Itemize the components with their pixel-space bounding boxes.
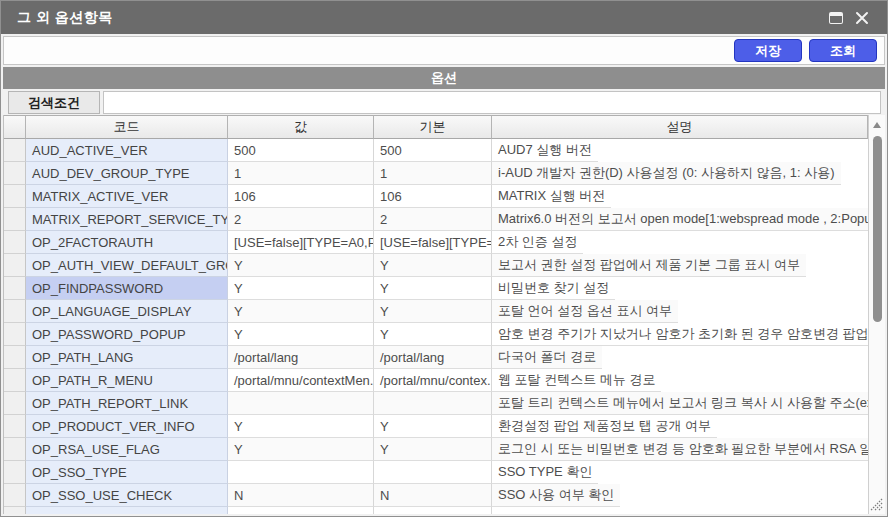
cell-code[interactable]: MATRIX_REPORT_SERVICE_TYPE xyxy=(26,208,228,231)
row-selector-gutter[interactable] xyxy=(4,162,26,185)
cell-desc[interactable]: MATRIX 실행 버전 xyxy=(492,185,611,208)
cell-default[interactable]: N xyxy=(374,484,492,507)
cell-default[interactable] xyxy=(374,461,492,484)
search-condition-input[interactable] xyxy=(103,91,881,114)
table-row[interactable] xyxy=(4,507,868,514)
row-selector-gutter[interactable] xyxy=(4,392,26,415)
cell-value[interactable]: Y xyxy=(228,438,374,461)
row-selector-gutter[interactable] xyxy=(4,484,26,507)
cell-code[interactable]: OP_SSO_USE_CHECK xyxy=(26,484,228,507)
grid-header-desc[interactable]: 설명 xyxy=(492,115,868,139)
cell-desc[interactable] xyxy=(492,507,504,514)
table-row[interactable]: OP_SSO_USE_CHECK N N SSO 사용 여부 확인 xyxy=(4,484,868,507)
row-selector-gutter[interactable] xyxy=(4,185,26,208)
cell-value[interactable]: Y xyxy=(228,277,374,300)
vertical-scrollbar[interactable] xyxy=(868,115,885,514)
cell-value[interactable] xyxy=(228,507,374,514)
cell-default[interactable]: Y xyxy=(374,323,492,346)
close-button[interactable] xyxy=(849,6,875,30)
cell-default[interactable] xyxy=(374,507,492,514)
cell-default[interactable]: Y xyxy=(374,277,492,300)
cell-code[interactable]: OP_PATH_REPORT_LINK xyxy=(26,392,228,415)
cell-default[interactable]: /portal/mnu/contex... xyxy=(374,369,492,392)
row-selector-gutter[interactable] xyxy=(4,415,26,438)
cell-default[interactable] xyxy=(374,392,492,415)
table-row[interactable]: MATRIX_REPORT_SERVICE_TYPE 2 2 Matrix6.0… xyxy=(4,208,868,231)
scroll-up-icon[interactable] xyxy=(873,122,881,128)
table-row[interactable]: AUD_DEV_GROUP_TYPE 1 1 i-AUD 개발자 권한(D) 사… xyxy=(4,162,868,185)
cell-code[interactable]: OP_PASSWORD_POPUP xyxy=(26,323,228,346)
row-selector-gutter[interactable] xyxy=(4,461,26,484)
table-row[interactable]: OP_2FACTORAUTH [USE=false][TYPE=A0,P0]..… xyxy=(4,231,868,254)
cell-value[interactable]: N xyxy=(228,484,374,507)
cell-desc[interactable]: 2차 인증 설정 xyxy=(492,231,583,254)
grid-header-value[interactable]: 값 xyxy=(228,115,374,139)
cell-desc[interactable]: 환경설정 팝업 제품정보 탭 공개 여부 xyxy=(492,415,717,438)
maximize-button[interactable] xyxy=(823,6,849,30)
scrollbar-thumb[interactable] xyxy=(873,136,882,322)
cell-default[interactable]: 106 xyxy=(374,185,492,208)
cell-code[interactable]: AUD_ACTIVE_VER xyxy=(26,139,228,162)
cell-value[interactable] xyxy=(228,461,374,484)
table-row[interactable]: OP_PRODUCT_VER_INFO Y Y 환경설정 팝업 제품정보 탭 공… xyxy=(4,415,868,438)
grid-header-code[interactable]: 코드 xyxy=(26,115,228,139)
row-selector-gutter[interactable] xyxy=(4,346,26,369)
cell-default[interactable]: Y xyxy=(374,300,492,323)
cell-desc[interactable]: 보고서 권한 설정 팝업에서 제품 기본 그룹 표시 여부 xyxy=(492,254,806,277)
cell-code[interactable]: OP_SSO_TYPE xyxy=(26,461,228,484)
cell-default[interactable]: /portal/lang xyxy=(374,346,492,369)
cell-value[interactable] xyxy=(228,392,374,415)
save-button[interactable]: 저장 xyxy=(734,39,802,62)
cell-desc[interactable]: SSO 사용 여부 확인 xyxy=(492,484,620,507)
cell-desc[interactable]: 웹 포탈 컨텍스트 메뉴 경로 xyxy=(492,369,661,392)
cell-value[interactable]: [USE=false][TYPE=A0,P0]... xyxy=(228,231,374,254)
cell-code[interactable]: OP_PRODUCT_VER_INFO xyxy=(26,415,228,438)
cell-value[interactable]: Y xyxy=(228,323,374,346)
table-row[interactable]: OP_PATH_R_MENU /portal/mnu/contextMen...… xyxy=(4,369,868,392)
resize-grip-icon[interactable] xyxy=(870,498,883,511)
row-selector-gutter[interactable] xyxy=(4,231,26,254)
cell-code[interactable]: OP_PATH_R_MENU xyxy=(26,369,228,392)
table-row[interactable]: MATRIX_ACTIVE_VER 106 106 MATRIX 실행 버전 xyxy=(4,185,868,208)
cell-desc[interactable]: SSO TYPE 확인 xyxy=(492,461,598,484)
table-row[interactable]: OP_PATH_REPORT_LINK 포탈 트리 컨텍스트 메뉴에서 보고서 … xyxy=(4,392,868,415)
row-selector-gutter[interactable] xyxy=(4,208,26,231)
row-selector-gutter[interactable] xyxy=(4,277,26,300)
row-selector-gutter[interactable] xyxy=(4,438,26,461)
row-selector-gutter[interactable] xyxy=(4,369,26,392)
cell-code[interactable]: OP_2FACTORAUTH xyxy=(26,231,228,254)
cell-code[interactable] xyxy=(26,507,228,514)
cell-default[interactable]: 500 xyxy=(374,139,492,162)
row-selector-gutter[interactable] xyxy=(4,507,26,514)
table-row[interactable]: AUD_ACTIVE_VER 500 500 AUD7 실행 버전 xyxy=(4,139,868,162)
cell-value[interactable]: Y xyxy=(228,415,374,438)
cell-code[interactable]: MATRIX_ACTIVE_VER xyxy=(26,185,228,208)
table-row[interactable]: OP_PATH_LANG /portal/lang /portal/lang 다… xyxy=(4,346,868,369)
cell-code[interactable]: AUD_DEV_GROUP_TYPE xyxy=(26,162,228,185)
cell-default[interactable]: 2 xyxy=(374,208,492,231)
cell-default[interactable]: Y xyxy=(374,415,492,438)
cell-default[interactable]: Y xyxy=(374,254,492,277)
cell-value[interactable]: 106 xyxy=(228,185,374,208)
row-selector-gutter[interactable] xyxy=(4,323,26,346)
table-row[interactable]: OP_RSA_USE_FLAG Y Y 로그인 시 또는 비밀번호 변경 등 암… xyxy=(4,438,868,461)
table-row[interactable]: OP_FINDPASSWORD Y Y 비밀번호 찾기 설정 xyxy=(4,277,868,300)
table-row[interactable]: OP_LANGUAGE_DISPLAY Y Y 포탈 언어 설정 옵션 표시 여… xyxy=(4,300,868,323)
cell-default[interactable]: [USE=false][TYPE=... xyxy=(374,231,492,254)
table-row[interactable]: OP_AUTH_VIEW_DEFAULT_GROUP Y Y 보고서 권한 설정… xyxy=(4,254,868,277)
cell-code[interactable]: OP_PATH_LANG xyxy=(26,346,228,369)
cell-value[interactable]: /portal/lang xyxy=(228,346,374,369)
cell-code[interactable]: OP_RSA_USE_FLAG xyxy=(26,438,228,461)
cell-desc[interactable]: 포탈 트리 컨텍스트 메뉴에서 보고서 링크 복사 시 사용할 주소(ex: .… xyxy=(492,392,868,415)
cell-code[interactable]: OP_LANGUAGE_DISPLAY xyxy=(26,300,228,323)
table-row[interactable]: OP_PASSWORD_POPUP Y Y 암호 변경 주기가 지났거나 암호가… xyxy=(4,323,868,346)
table-row[interactable]: OP_SSO_TYPE SSO TYPE 확인 xyxy=(4,461,868,484)
cell-value[interactable]: /portal/mnu/contextMen... xyxy=(228,369,374,392)
cell-desc[interactable]: 다국어 폴더 경로 xyxy=(492,346,602,369)
grid-header-default[interactable]: 기본 xyxy=(374,115,492,139)
cell-desc[interactable]: 포탈 언어 설정 옵션 표시 여부 xyxy=(492,300,678,323)
row-selector-gutter[interactable] xyxy=(4,254,26,277)
cell-default[interactable]: Y xyxy=(374,438,492,461)
cell-desc[interactable]: 로그인 시 또는 비밀번호 변경 등 암호화 필요한 부분에서 RSA 알... xyxy=(492,438,868,461)
cell-code[interactable]: OP_FINDPASSWORD xyxy=(26,277,228,300)
